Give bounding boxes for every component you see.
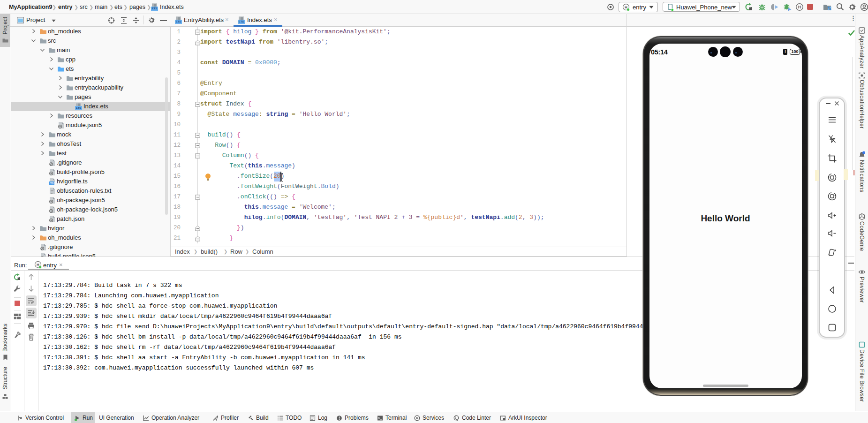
- svg-text:H: H: [798, 4, 801, 9]
- svg-text:TS: TS: [50, 182, 53, 185]
